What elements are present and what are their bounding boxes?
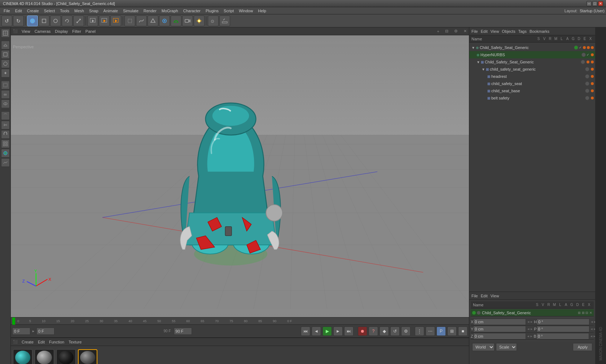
scale-button[interactable] xyxy=(73,15,84,26)
obj-dot-green-0[interactable] xyxy=(574,45,578,50)
key-button[interactable]: ◆ xyxy=(379,327,389,336)
mat-menu-function[interactable]: Function xyxy=(49,340,64,344)
sculpt-icon[interactable] xyxy=(1,158,10,167)
menu-snap[interactable]: Snap xyxy=(87,8,101,14)
model-button[interactable] xyxy=(39,15,49,26)
poly-icon[interactable]: ✦ xyxy=(1,69,10,77)
current-frame-input[interactable] xyxy=(12,328,30,335)
undo-button[interactable]: ↺ xyxy=(1,15,12,26)
paint-icon[interactable] xyxy=(1,149,10,157)
timeline-mode-1[interactable]: ⋮ xyxy=(415,327,424,336)
close-button[interactable]: ✕ xyxy=(598,1,603,6)
auto-key-button[interactable]: ? xyxy=(369,327,378,336)
coord-p-input[interactable] xyxy=(537,326,589,332)
object-button[interactable] xyxy=(50,15,61,26)
lasso-icon[interactable]: ∞ xyxy=(1,90,10,99)
frame-input[interactable] xyxy=(36,328,54,335)
rotate-button[interactable] xyxy=(62,15,73,26)
menu-file[interactable]: File xyxy=(1,8,12,14)
magnet-icon[interactable] xyxy=(1,130,10,139)
viewport-settings-icon[interactable]: ⚙ xyxy=(454,29,458,34)
floor-button[interactable] xyxy=(219,15,230,26)
obj-arrow-0[interactable]: ▼ xyxy=(471,46,475,50)
camera-button[interactable] xyxy=(182,15,193,26)
sphere-icon[interactable] xyxy=(1,59,10,68)
viewport-tool-1[interactable] xyxy=(1,29,10,37)
obj-row-1[interactable]: ⊕ HyperNURBS ✓ xyxy=(469,51,595,58)
viewport-menu-filter[interactable]: Filter xyxy=(72,29,81,34)
menu-help[interactable]: Help xyxy=(256,8,268,14)
obj-arrow-3[interactable]: ▼ xyxy=(482,67,485,71)
knife-icon[interactable]: ✄ xyxy=(1,121,10,129)
mat-menu-create[interactable]: Create xyxy=(22,340,34,344)
obj-dot-7[interactable] xyxy=(585,96,589,100)
obj-row-5[interactable]: ⊞ child_safety_seat xyxy=(469,80,595,87)
render-button[interactable] xyxy=(87,15,98,26)
coord-mode-select[interactable]: World Object Local xyxy=(472,343,495,351)
coord-y-input[interactable] xyxy=(473,326,526,332)
scale-mode-select[interactable]: Scale Size xyxy=(496,343,517,351)
3d-viewport[interactable]: X Y Z Perspective xyxy=(11,35,469,317)
light-button[interactable] xyxy=(194,15,205,26)
render-settings-button[interactable] xyxy=(110,15,121,26)
menu-tools[interactable]: Tools xyxy=(58,8,71,14)
menu-select[interactable]: Select xyxy=(42,8,57,14)
viewport-float-icon[interactable]: ⊟ xyxy=(445,29,448,34)
move-tool-button[interactable] xyxy=(27,15,38,26)
select-rect-icon[interactable] xyxy=(1,81,10,89)
obj-dot-1[interactable] xyxy=(581,53,586,57)
attr-menu-view[interactable]: View xyxy=(491,294,499,298)
viewport-expand-icon[interactable]: + xyxy=(437,29,439,34)
obj-row-7[interactable]: ⊞ belt safety xyxy=(469,94,595,102)
null-button[interactable] xyxy=(124,15,135,26)
material-item-3[interactable]: child_safet xyxy=(78,349,97,364)
next-frame-button[interactable]: ► xyxy=(333,327,343,336)
attr-menu-file[interactable]: File xyxy=(471,294,478,298)
perspective-icon[interactable] xyxy=(1,41,10,49)
obj-menu-view[interactable]: View xyxy=(491,29,499,34)
coord-z-input[interactable] xyxy=(473,333,526,339)
obj-dot-6[interactable] xyxy=(585,89,589,93)
material-item-1[interactable]: child_safet xyxy=(35,349,54,364)
obj-row-2[interactable]: ▼ ⊞ Child_Safety_Seat_Generic xyxy=(469,58,595,66)
go-end-button[interactable]: ⏭ xyxy=(344,327,354,336)
loop-button[interactable]: ↺ xyxy=(390,327,400,336)
loop-icon[interactable] xyxy=(1,99,10,108)
primitive-button[interactable] xyxy=(148,15,158,26)
menu-edit[interactable]: Edit xyxy=(13,8,24,14)
grid-icon[interactable] xyxy=(1,139,10,148)
obj-dot-2[interactable] xyxy=(581,60,585,64)
menu-character[interactable]: Character xyxy=(181,8,203,14)
menu-animate[interactable]: Animate xyxy=(101,8,120,14)
edge-tool-icon[interactable]: ⌒ xyxy=(1,111,10,120)
viewport-close-icon[interactable]: ✕ xyxy=(464,29,467,34)
spline-button[interactable] xyxy=(136,15,147,26)
menu-render[interactable]: Render xyxy=(141,8,159,14)
menu-plugins[interactable]: Plugins xyxy=(203,8,221,14)
render-active-button[interactable] xyxy=(99,15,110,26)
minimize-button[interactable]: ─ xyxy=(587,1,592,6)
menu-window[interactable]: Window xyxy=(237,8,255,14)
obj-arrow-2[interactable]: ▼ xyxy=(477,60,480,64)
timeline-mode-3[interactable]: P xyxy=(436,327,446,336)
obj-menu-bookmarks[interactable]: Bookmarks xyxy=(530,29,549,34)
menu-mograph[interactable]: MoGraph xyxy=(159,8,180,14)
obj-row-4[interactable]: ⊞ headrest xyxy=(469,73,595,80)
viewport-menu-display[interactable]: Display xyxy=(55,29,68,34)
redo-button[interactable]: ↻ xyxy=(13,15,24,26)
timeline-mode-2[interactable]: ⋯ xyxy=(426,327,435,336)
obj-row-0[interactable]: ▼ ⊕ Child_Safety_Seat_Generic ✓ xyxy=(469,44,595,51)
prev-frame-button[interactable]: ◄ xyxy=(312,327,321,336)
coord-h-input[interactable] xyxy=(537,319,589,325)
timeline-settings[interactable]: ⚙ xyxy=(401,327,410,336)
maximize-button[interactable]: □ xyxy=(592,1,597,6)
obj-dot-4[interactable] xyxy=(585,74,589,79)
viewport-menu-cameras[interactable]: Cameras xyxy=(35,29,51,34)
mat-menu-texture[interactable]: Texture xyxy=(69,340,82,344)
xref-button[interactable]: ⊙ xyxy=(208,15,219,26)
apply-button[interactable]: Apply xyxy=(573,343,592,351)
deformer-button[interactable] xyxy=(171,15,181,26)
menu-create[interactable]: Create xyxy=(25,8,41,14)
record-button[interactable]: ⏺ xyxy=(358,327,367,336)
menu-script[interactable]: Script xyxy=(221,8,236,14)
